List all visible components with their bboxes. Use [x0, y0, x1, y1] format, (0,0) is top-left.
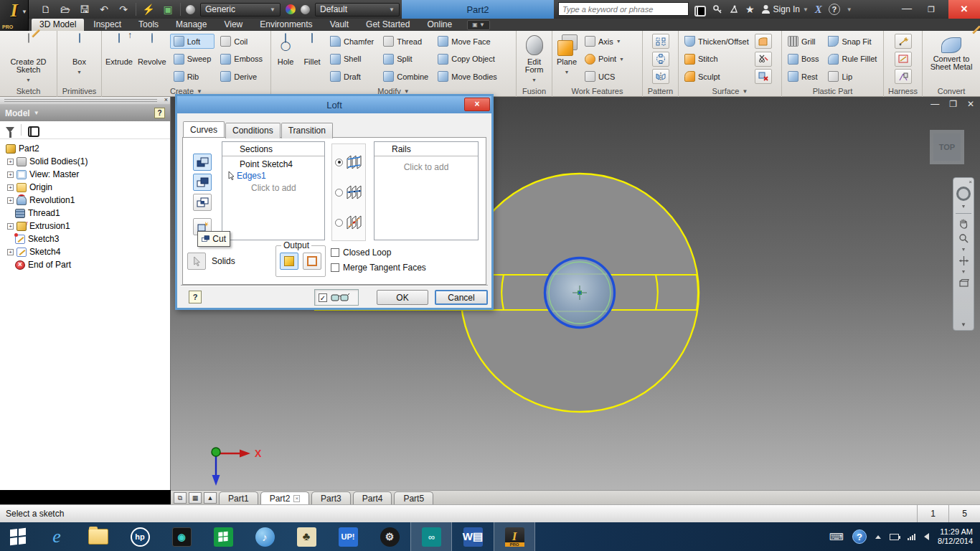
emboss-button[interactable]: Emboss: [217, 52, 266, 67]
tab-online[interactable]: Online: [419, 19, 460, 31]
app-logo-button[interactable]: I PRO ▼: [0, 0, 29, 31]
save-button[interactable]: 🖫: [77, 2, 92, 17]
centerline-radio[interactable]: [335, 184, 362, 200]
output-solid-button[interactable]: [280, 253, 298, 270]
move-face-button[interactable]: Move Face: [434, 34, 501, 49]
grill-button[interactable]: Grill: [784, 34, 822, 49]
update-button[interactable]: ⚡: [141, 2, 156, 17]
preview-checkbox[interactable]: ✓: [319, 293, 327, 302]
key-icon[interactable]: [712, 2, 722, 17]
ribbon-display-toggle[interactable]: ▣ ▼: [467, 20, 490, 30]
rails-radio[interactable]: [335, 154, 362, 170]
fillet-button[interactable]: Fillet: [300, 33, 324, 67]
expand-icon[interactable]: +: [7, 159, 14, 165]
sections-item-edges1[interactable]: Edges1: [222, 169, 324, 181]
doc-restore-button[interactable]: ❐: [949, 99, 957, 109]
filter-icon[interactable]: [6, 127, 14, 133]
derive-button[interactable]: Derive: [217, 69, 266, 84]
panel-label-sketch[interactable]: Sketch: [0, 85, 57, 97]
help-icon[interactable]: ?: [829, 4, 840, 15]
tab-view[interactable]: View: [216, 19, 250, 31]
taskbar-notes-app[interactable]: ♣: [286, 522, 327, 551]
harness-create-button[interactable]: [895, 34, 912, 49]
select-button[interactable]: ▣: [161, 2, 175, 17]
zoom-dropdown[interactable]: ▼: [961, 247, 966, 252]
browser-close-icon[interactable]: ×: [164, 96, 168, 103]
navigation-wheel-button[interactable]: [956, 187, 971, 201]
taskbar-internet-explorer[interactable]: e: [36, 522, 77, 551]
snap-fit-button[interactable]: Snap Fit: [824, 34, 880, 49]
expand-icon[interactable]: +: [7, 171, 14, 178]
doc-minimize-button[interactable]: —: [930, 99, 939, 109]
taskbar-up-app[interactable]: UP!: [327, 522, 369, 551]
delete-face-button[interactable]: [755, 69, 772, 84]
doc-tab-part5[interactable]: Part5: [394, 491, 433, 504]
window-close-button[interactable]: ✕: [948, 0, 980, 19]
tree-item-solid-bodies[interactable]: +Solid Bodies(1): [0, 155, 170, 168]
sweep-button[interactable]: Sweep: [170, 52, 215, 67]
tree-item-revolution1[interactable]: +Revolution1: [0, 194, 170, 207]
panel-label-primitives[interactable]: Primitives: [57, 85, 101, 97]
panel-label-plastic-part[interactable]: Plastic Part: [782, 85, 883, 97]
rib-button[interactable]: Rib: [170, 69, 215, 84]
chamfer-button[interactable]: Chamfer: [326, 34, 377, 49]
browser-help-icon[interactable]: ?: [154, 108, 165, 118]
dialog-help-button[interactable]: ?: [189, 291, 202, 303]
navwheel-dropdown[interactable]: ▼: [961, 204, 966, 209]
panel-label-fusion[interactable]: Fusion: [517, 85, 552, 97]
doc-tab-part3[interactable]: Part3: [311, 491, 351, 504]
merge-tangent-checkbox[interactable]: [331, 263, 339, 272]
doc-tab-part2[interactable]: Part2×: [260, 491, 309, 504]
boss-button[interactable]: Boss: [784, 52, 822, 67]
plane-button[interactable]: Plane ▼: [555, 33, 579, 77]
boundary-patch-button[interactable]: [755, 34, 772, 49]
expand-icon[interactable]: +: [7, 249, 14, 255]
tab-manage[interactable]: Manage: [168, 19, 215, 31]
expand-icon[interactable]: +: [7, 184, 14, 191]
draft-button[interactable]: Draft: [326, 69, 377, 84]
rule-fillet-button[interactable]: Rule Fillet: [824, 52, 880, 67]
dialog-tab-conditions[interactable]: Conditions: [225, 123, 281, 138]
taskbar-windows-store[interactable]: [202, 522, 244, 551]
tab-close-icon[interactable]: ×: [293, 495, 300, 502]
material-dropdown[interactable]: Generic▼: [200, 3, 281, 17]
rectangular-pattern-button[interactable]: [652, 34, 669, 49]
circular-pattern-button[interactable]: [652, 52, 669, 67]
view-cube[interactable]: TOP: [930, 130, 964, 164]
mirror-button[interactable]: [652, 69, 669, 84]
tab-get-started[interactable]: Get Started: [358, 19, 418, 31]
taskbar-hp[interactable]: hp: [119, 522, 161, 551]
browser-header[interactable]: Model▼?: [0, 105, 170, 121]
tree-item-part2[interactable]: Part2: [0, 142, 170, 155]
show-hidden-icons[interactable]: [875, 535, 881, 539]
create-2d-sketch-button[interactable]: Create 2D Sketch ▼: [2, 33, 55, 85]
help-dropdown-arrow[interactable]: ▼: [847, 6, 852, 13]
help-search-input[interactable]: [558, 2, 689, 16]
taskbar-camera-app[interactable]: ◉: [161, 522, 202, 551]
touch-keyboard-icon[interactable]: ⌨: [829, 531, 844, 542]
ucs-button[interactable]: UCS: [581, 69, 628, 84]
panel-label-pattern[interactable]: Pattern: [643, 85, 678, 97]
hole-button[interactable]: ◯ Hole: [273, 33, 298, 67]
tree-item-thread1[interactable]: Thread1: [0, 207, 170, 220]
panel-label-convert[interactable]: Convert: [923, 85, 980, 97]
ok-button[interactable]: OK: [377, 290, 428, 305]
closed-loop-checkbox[interactable]: [331, 248, 339, 257]
expand-icon[interactable]: +: [7, 223, 14, 230]
battery-icon[interactable]: [890, 534, 899, 540]
convert-to-sheet-metal-button[interactable]: Convert to Sheet Metal: [925, 33, 978, 72]
coil-button[interactable]: Coil: [217, 34, 266, 49]
taskbar-file-explorer[interactable]: [77, 522, 119, 551]
favorites-star-icon[interactable]: ★: [745, 4, 755, 15]
panel-label-harness[interactable]: Harness: [884, 85, 922, 97]
exchange-apps-icon[interactable]: X: [815, 4, 822, 16]
browser-grip[interactable]: ×: [0, 97, 170, 105]
taskbar-itunes[interactable]: ♪: [244, 522, 286, 551]
tile-windows-button[interactable]: ▦: [189, 492, 202, 504]
dialog-close-button[interactable]: ×: [464, 98, 490, 111]
rest-button[interactable]: Rest: [784, 69, 822, 84]
find-binoculars-icon[interactable]: [28, 126, 39, 134]
rails-list[interactable]: Rails Click to add: [374, 141, 479, 240]
preview-toggle[interactable]: ✓: [314, 289, 359, 306]
redo-button[interactable]: ↷: [116, 2, 131, 17]
